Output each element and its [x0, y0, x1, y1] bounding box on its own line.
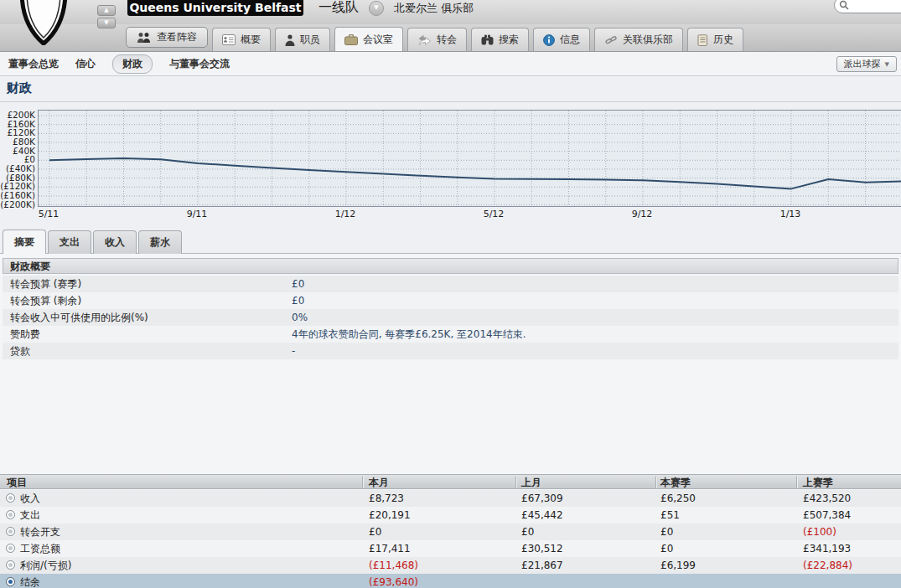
tab-history[interactable]: 历史: [687, 28, 743, 51]
search-input[interactable]: [849, 0, 901, 12]
row-value: £8,723: [369, 490, 404, 507]
stepper-down-icon[interactable]: ▼: [97, 18, 116, 28]
row-value: £45,442: [521, 507, 563, 524]
column-divider: [796, 477, 798, 488]
page-title: 财政: [7, 80, 32, 96]
row-label: 支出: [20, 507, 40, 524]
send-scout-button[interactable]: 派出球探 ▼: [836, 56, 897, 72]
row-label: 收入: [20, 490, 40, 507]
subnav-item-board-overview[interactable]: 董事会总览: [8, 57, 59, 71]
tab-transfers[interactable]: 转会: [407, 28, 467, 51]
column-header[interactable]: 上月: [521, 475, 541, 490]
chart-x-tick: 9/11: [179, 209, 215, 219]
radio-button[interactable]: [6, 527, 15, 536]
overview-row-transfer-income-percentage: 转会收入中可供使用的比例(%)0%: [3, 309, 898, 326]
staff-icon: [285, 34, 295, 46]
tab-search[interactable]: 搜索: [471, 28, 529, 51]
search-box[interactable]: [834, 0, 901, 13]
sub-nav-bar: 董事会总览信心财政与董事会交流 派出球探 ▼: [0, 52, 901, 76]
subnav-item-finances[interactable]: 财政: [112, 54, 153, 74]
radio-button[interactable]: [6, 560, 15, 570]
history-icon: [697, 34, 708, 46]
club-region-label: 北爱尔兰 俱乐部: [394, 1, 474, 16]
row-value: (£22,884): [803, 557, 852, 574]
tab-label: 查看阵容: [157, 30, 197, 44]
top-header-bar: Queens University Belfast 一线队 ▼ 北爱尔兰 俱乐部: [0, 0, 901, 24]
row-value: (£93,640): [369, 574, 418, 588]
binoculars-icon: [481, 34, 494, 45]
overview-row-label: 赞助费: [10, 326, 40, 343]
overview-row-label: 贷款: [10, 343, 30, 359]
finance-table-header: 项目本月上月本赛季上赛季: [0, 474, 901, 489]
row-value: (£100): [803, 524, 836, 540]
stepper-up-icon[interactable]: ▲: [97, 5, 116, 16]
tab-label: 转会: [437, 33, 457, 47]
transfer-arrows-icon: [417, 34, 432, 45]
table-row-transfer-spending[interactable]: 转会开支£0£0£0(£100): [0, 524, 901, 540]
club-stepper: ▲ ▼: [97, 5, 116, 28]
table-row-balance[interactable]: 结余(£93,640): [0, 574, 901, 588]
tab-staff[interactable]: 职员: [275, 28, 330, 51]
overview-row-value: £0: [292, 292, 304, 309]
row-value: £17,411: [369, 540, 411, 557]
overview-row-value: -: [292, 343, 295, 359]
summary-tab-income[interactable]: 收入: [93, 230, 137, 254]
row-value: (£11,468): [369, 557, 418, 574]
row-label: 工资总额: [20, 540, 60, 557]
tab-boardroom[interactable]: 会议室: [334, 27, 403, 51]
column-divider: [655, 477, 657, 488]
row-value: £0: [369, 524, 381, 540]
tab-squad[interactable]: 查看阵容: [126, 27, 208, 48]
main-tab-bar: 查看阵容概要职员会议室转会搜索信息关联俱乐部历史: [0, 24, 901, 52]
overview-icon: [222, 34, 236, 45]
row-value: £507,384: [803, 507, 851, 524]
radio-button[interactable]: [6, 577, 15, 586]
chevron-down-icon: ▼: [885, 61, 889, 68]
summary-tab-summary[interactable]: 摘要: [3, 230, 46, 254]
column-header[interactable]: 本赛季: [660, 475, 691, 490]
radio-button[interactable]: [6, 493, 15, 503]
tab-overview[interactable]: 概要: [212, 28, 271, 51]
divider: [0, 101, 901, 102]
row-value: £67,309: [521, 490, 563, 507]
table-row-wage-total[interactable]: 工资总额£17,411£30,512£0£341,193: [0, 540, 901, 557]
briefcase-icon: [344, 34, 358, 45]
tab-affiliated-clubs[interactable]: 关联俱乐部: [594, 28, 683, 51]
subnav-item-board-interaction[interactable]: 与董事会交流: [169, 57, 230, 71]
column-header[interactable]: 上赛季: [803, 475, 833, 490]
summary-tab-expenditure[interactable]: 支出: [48, 230, 91, 254]
chart-y-tick: (£200K): [0, 199, 35, 209]
overview-row-value: 0%: [292, 309, 308, 326]
summary-tab-wages[interactable]: 薪水: [138, 230, 182, 254]
table-row-income[interactable]: 收入£8,723£67,309£6,250£423,520: [0, 490, 901, 507]
finance-balance-chart: £200K£160K£120K£80K£40K£0(£40K)(£80K)(£1…: [0, 107, 901, 224]
column-header[interactable]: 项目: [7, 475, 27, 490]
row-value: £0: [521, 524, 534, 540]
row-value: £6,250: [660, 490, 696, 507]
tab-information[interactable]: 信息: [533, 28, 590, 51]
radio-button[interactable]: [6, 544, 15, 553]
chart-x-tick: 9/12: [624, 209, 660, 219]
subnav-item-confidence[interactable]: 信心: [75, 57, 96, 71]
squad-selector[interactable]: 一线队: [318, 0, 359, 17]
overview-row-transfer-budget-remaining: 转会预算 (剩余)£0: [3, 292, 898, 309]
chart-x-tick: 1/12: [327, 209, 364, 219]
chevron-down-icon[interactable]: ▼: [369, 1, 384, 16]
row-value: £6,199: [660, 557, 696, 574]
info-icon: [543, 34, 555, 46]
chart-x-tick: 5/11: [30, 209, 67, 219]
finance-overview-header: 财政概要: [3, 258, 898, 274]
overview-row-label: 转会预算 (剩余): [10, 292, 81, 309]
overview-row-loans: 贷款-: [3, 343, 898, 359]
column-divider: [362, 477, 364, 488]
table-row-expenditure[interactable]: 支出£20,191£45,442£51£507,384: [0, 507, 901, 524]
chart-x-tick: 5/12: [475, 209, 512, 219]
table-row-profit-loss[interactable]: 利润/(亏损)(£11,468)£21,867£6,199(£22,884): [0, 557, 901, 574]
row-value: £21,867: [521, 557, 563, 574]
radio-button[interactable]: [6, 510, 15, 519]
overview-row-value: £0: [292, 276, 304, 292]
search-icon: [839, 0, 849, 10]
chart-x-tick: 1/13: [772, 209, 809, 219]
overview-row-value: 4年的球衣赞助合同, 每赛季£6.25K, 至2014年结束.: [292, 326, 526, 343]
column-header[interactable]: 本月: [369, 475, 389, 490]
